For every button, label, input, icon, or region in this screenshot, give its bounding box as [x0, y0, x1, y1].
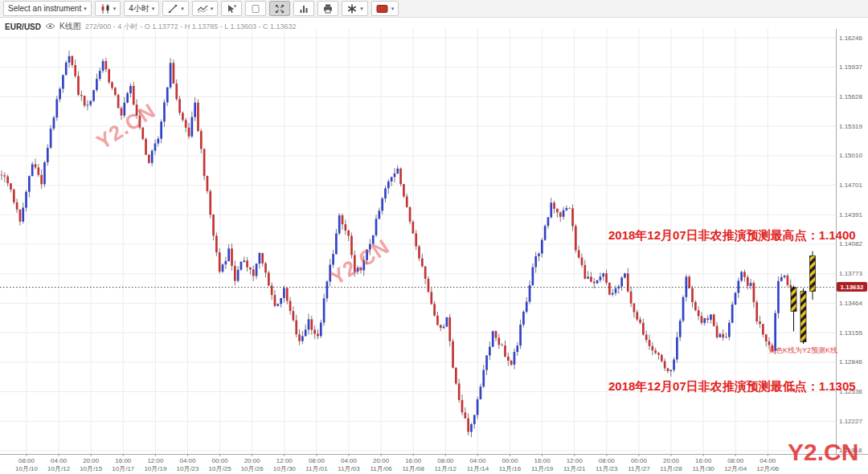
svg-text:10月/17: 10月/17 [112, 465, 135, 472]
theme-color-button[interactable]: ▾ [371, 1, 399, 16]
svg-text:1.13773: 1.13773 [839, 270, 862, 277]
svg-text:11月/21: 11月/21 [563, 465, 586, 472]
predicted-candles-note: 黄色K线为Y2预测K线 [768, 345, 837, 356]
chevron-down-icon: ▾ [181, 6, 184, 11]
compare-icon [197, 3, 208, 14]
svg-text:11月/14: 11月/14 [467, 465, 489, 472]
svg-text:11月/12: 11月/12 [435, 465, 457, 472]
toolbar: Select an instrument▾▾4小时▾▾▾▾▾ [0, 0, 868, 18]
svg-text:1.11918: 1.11918 [839, 447, 862, 454]
interval-button[interactable]: 4小时▾ [124, 1, 159, 16]
svg-text:10月/30: 10月/30 [273, 465, 297, 472]
ohlc-info: 272/900 - 4 小时 - O 1.13772 - H 1.13785 -… [85, 22, 297, 32]
interval-label: 4小时 [129, 3, 149, 14]
svg-text:04:00: 04:00 [760, 457, 776, 464]
prediction-high-note: 2018年12月07日非农推演预测最高点：1.1400 [608, 228, 856, 243]
trendline-icon [167, 3, 178, 14]
svg-text:16:00: 16:00 [405, 457, 422, 464]
svg-text:08:00: 08:00 [309, 457, 326, 464]
instrument-selector-label: Select an instrument [8, 4, 81, 13]
svg-text:08:00: 08:00 [437, 457, 454, 464]
svg-text:08:00: 08:00 [727, 457, 744, 464]
remove-drawings-button[interactable] [221, 1, 242, 16]
chevron-down-icon: ▾ [391, 6, 395, 11]
settings-button[interactable]: ▾ [342, 1, 368, 16]
fullscreen-button[interactable] [269, 1, 290, 16]
svg-text:1.14701: 1.14701 [839, 182, 862, 189]
svg-text:11月/06: 11月/06 [370, 465, 392, 472]
layout-button[interactable] [245, 1, 266, 16]
svg-text:04:00: 04:00 [341, 457, 358, 464]
svg-text:1.12846: 1.12846 [839, 358, 862, 366]
svg-text:20:00: 20:00 [83, 457, 100, 464]
svg-text:10月/10: 10月/10 [15, 465, 39, 472]
svg-text:10月/15: 10月/15 [80, 465, 103, 472]
chevron-down-icon: ▾ [360, 6, 363, 11]
svg-text:11月/16: 11月/16 [499, 465, 522, 472]
svg-text:08:00: 08:00 [18, 457, 35, 464]
instrument-selector-button[interactable]: Select an instrument▾ [3, 1, 92, 16]
svg-text:11月/28: 11月/28 [660, 465, 682, 472]
svg-text:1.16246: 1.16246 [839, 35, 862, 42]
series-type-label: K线图 [59, 21, 81, 32]
svg-text:11月/30: 11月/30 [692, 465, 714, 472]
svg-text:11月/08: 11月/08 [402, 465, 424, 472]
svg-text:10月/25: 10月/25 [209, 465, 232, 472]
svg-text:16:00: 16:00 [695, 457, 712, 464]
svg-text:04:00: 04:00 [179, 457, 196, 464]
svg-text:1.12227: 1.12227 [839, 418, 862, 425]
svg-text:1.13464: 1.13464 [839, 300, 862, 307]
swatch-icon [376, 4, 389, 14]
compare-button[interactable]: ▾ [192, 1, 219, 16]
chevron-down-icon: ▾ [113, 6, 117, 11]
histogram-icon [298, 3, 309, 14]
last-price-badge: 1.13632 [837, 282, 867, 292]
svg-text:1.15937: 1.15937 [839, 63, 862, 71]
svg-text:10月/23: 10月/23 [176, 465, 199, 472]
svg-text:00:00: 00:00 [502, 457, 518, 464]
svg-text:10月/26: 10月/26 [241, 465, 264, 472]
svg-text:16:00: 16:00 [534, 457, 551, 464]
svg-text:20:00: 20:00 [663, 457, 680, 464]
svg-text:08:00: 08:00 [599, 457, 616, 464]
candles-icon [100, 3, 111, 14]
chart-area: 1.162461.159371.156281.153191.150101.147… [0, 18, 868, 474]
print-button[interactable] [317, 1, 338, 16]
svg-text:20:00: 20:00 [373, 457, 390, 464]
svg-text:11月/03: 11月/03 [338, 465, 360, 472]
svg-text:16:00: 16:00 [115, 457, 132, 464]
eye-icon[interactable] [45, 22, 55, 31]
svg-text:1.14391: 1.14391 [839, 211, 862, 219]
svg-text:1.15319: 1.15319 [839, 123, 862, 130]
frame-icon [250, 3, 261, 14]
chevron-down-icon: ▾ [152, 6, 155, 11]
chevron-down-icon: ▾ [84, 6, 87, 11]
svg-text:1.15010: 1.15010 [839, 152, 862, 159]
svg-text:12:00: 12:00 [276, 457, 293, 464]
chart-type-button[interactable]: ▾ [95, 1, 121, 16]
symbol-label: EUR/USD [5, 22, 41, 31]
svg-text:10月/19: 10月/19 [144, 465, 167, 472]
svg-text:11月/23: 11月/23 [596, 465, 618, 472]
printer-icon [322, 3, 334, 14]
svg-text:20:00: 20:00 [244, 457, 261, 464]
line-tools-button[interactable]: ▾ [162, 1, 189, 16]
svg-text:04:00: 04:00 [469, 457, 486, 464]
indicators-button[interactable] [293, 1, 314, 16]
svg-text:1.13155: 1.13155 [839, 329, 862, 337]
chart-legend: EUR/USD K线图 272/900 - 4 小时 - O 1.13772 -… [5, 21, 297, 32]
candlestick-chart[interactable]: 1.162461.159371.156281.153191.150101.147… [0, 18, 868, 474]
svg-text:11月/01: 11月/01 [305, 465, 328, 472]
svg-text:11月/19: 11月/19 [531, 465, 554, 472]
svg-text:12月/06: 12月/06 [756, 465, 780, 472]
fullscreen-icon [274, 3, 285, 14]
gear-icon [346, 3, 358, 14]
svg-text:12:00: 12:00 [567, 457, 583, 464]
svg-text:10月/12: 10月/12 [47, 465, 71, 472]
svg-text:00:00: 00:00 [631, 457, 648, 464]
cursor-icon [226, 3, 237, 14]
chevron-down-icon: ▾ [211, 6, 214, 11]
svg-text:12月/04: 12月/04 [724, 465, 747, 472]
svg-text:04:00: 04:00 [51, 457, 68, 464]
svg-text:11月/27: 11月/27 [628, 465, 650, 472]
